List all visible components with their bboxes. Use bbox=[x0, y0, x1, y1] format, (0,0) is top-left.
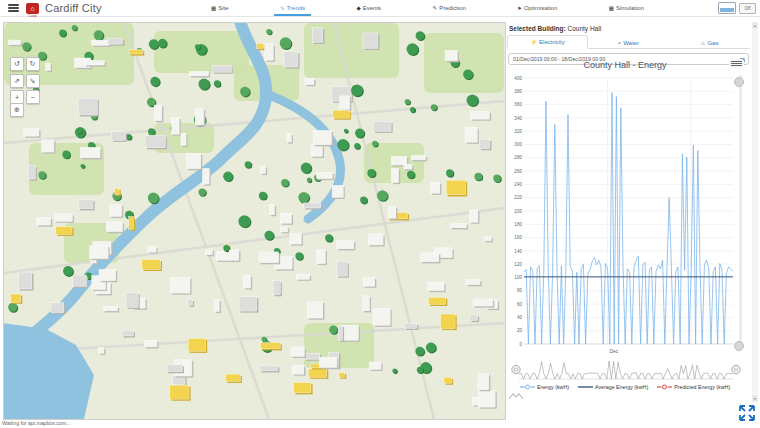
zoom-in-icon[interactable]: + bbox=[10, 90, 24, 104]
svg-text:160: 160 bbox=[514, 235, 522, 240]
svg-text:120: 120 bbox=[514, 262, 522, 267]
svg-text:140: 140 bbox=[514, 249, 522, 254]
energy-chart[interactable]: 0204060801001201401601802002202402602803… bbox=[507, 72, 743, 360]
chart-navigator[interactable] bbox=[511, 358, 741, 384]
hamburger-icon[interactable] bbox=[8, 3, 19, 14]
off-button[interactable]: Off bbox=[739, 3, 756, 14]
chart-title: County Hall - Energy bbox=[507, 60, 743, 70]
grid-icon: ▦ bbox=[609, 5, 614, 11]
map-controls: ↺↻⇗⇘+− bbox=[10, 57, 39, 104]
selected-building-value: County Hall bbox=[568, 25, 602, 32]
scroll-up-icon[interactable]: ▲ bbox=[752, 22, 758, 29]
svg-text:100: 100 bbox=[514, 275, 522, 280]
tab-gas[interactable]: ♨Gas bbox=[669, 35, 750, 49]
chart-scroll-knob-bottom[interactable] bbox=[734, 341, 744, 351]
nav-item-optimisation[interactable]: ➤Optimisation bbox=[511, 1, 563, 16]
rotate-cw-icon[interactable]: ↻ bbox=[26, 57, 40, 71]
svg-text:20: 20 bbox=[517, 328, 523, 333]
pencil-icon: ✎ bbox=[433, 5, 438, 11]
rotate-ccw-icon[interactable]: ↺ bbox=[10, 57, 24, 71]
svg-text:240: 240 bbox=[514, 182, 522, 187]
locate-icon[interactable]: ⊕ bbox=[10, 103, 24, 117]
page-title: Cardiff City bbox=[45, 2, 102, 14]
chart-icon: ∿ bbox=[280, 5, 285, 11]
legend-item-average[interactable]: Average Energy (kwH) bbox=[578, 384, 648, 390]
chart-scrollbar[interactable] bbox=[739, 75, 742, 347]
legend-item-energy[interactable]: Energy (kwH) bbox=[520, 384, 569, 390]
resize-zigzag-icon bbox=[508, 392, 524, 400]
water-drop-icon: ≈ bbox=[618, 40, 621, 46]
svg-text:260: 260 bbox=[514, 169, 522, 174]
svg-text:80: 80 bbox=[517, 288, 523, 293]
svg-text:360: 360 bbox=[514, 102, 522, 107]
selected-building: Selected Building: County Hall bbox=[507, 22, 750, 35]
chart-scroll-knob-top[interactable] bbox=[734, 77, 744, 87]
browser-status-text: Waiting for api.mapbox.com... bbox=[2, 420, 70, 426]
send-icon: ➤ bbox=[517, 5, 522, 11]
svg-text:380: 380 bbox=[514, 89, 522, 94]
chart-legend: Energy (kwH)Average Energy (kwH)Predicte… bbox=[507, 384, 743, 390]
svg-text:180: 180 bbox=[514, 222, 522, 227]
bell-icon: ◆ bbox=[357, 5, 361, 11]
logo-house-icon: ⌂ bbox=[30, 5, 34, 12]
svg-text:340: 340 bbox=[514, 116, 522, 121]
svg-text:40: 40 bbox=[517, 315, 523, 320]
nav-item-trends[interactable]: ∿Trends bbox=[274, 1, 311, 16]
navigator-handle-right[interactable] bbox=[732, 365, 740, 373]
chart-menu-icon[interactable] bbox=[729, 59, 744, 68]
topbar-actions: Off bbox=[718, 2, 756, 14]
svg-text:280: 280 bbox=[514, 155, 522, 160]
legend-marker-icon bbox=[657, 384, 672, 390]
svg-text:320: 320 bbox=[514, 129, 522, 134]
flame-icon: ♨ bbox=[701, 40, 706, 46]
svg-text:220: 220 bbox=[514, 195, 522, 200]
svg-text:400: 400 bbox=[514, 76, 522, 81]
app-logo: ⌂ Cusp bbox=[26, 3, 39, 14]
nav-item-site[interactable]: ▦Site bbox=[205, 1, 235, 16]
selected-building-label: Selected Building: bbox=[509, 25, 566, 32]
legend-marker-icon bbox=[520, 384, 535, 390]
svg-text:200: 200 bbox=[514, 209, 522, 214]
tab-water[interactable]: ≈Water bbox=[588, 35, 669, 49]
city-map-3d[interactable]: ↺↻⇗⇘+− ⊕ bbox=[3, 22, 506, 420]
zoom-out-icon[interactable]: − bbox=[26, 90, 40, 104]
legend-marker-icon bbox=[578, 384, 593, 390]
nav-item-simulation[interactable]: ▦Simulation bbox=[603, 1, 650, 16]
tilt-down-icon[interactable]: ⇘ bbox=[26, 74, 40, 88]
fullscreen-expand-icon[interactable] bbox=[738, 404, 756, 422]
panel-layout-icon[interactable] bbox=[718, 2, 736, 14]
svg-text:300: 300 bbox=[514, 142, 522, 147]
panel-scrollbar[interactable]: ▲ ▼ bbox=[752, 22, 758, 402]
top-bar: ⌂ Cusp Cardiff City ▦Site∿Trends◆Events✎… bbox=[0, 0, 760, 17]
main-nav: ▦Site∿Trends◆Events✎Prediction➤Optimisat… bbox=[205, 0, 650, 16]
svg-text:60: 60 bbox=[517, 302, 523, 307]
logo-text: Cusp bbox=[26, 14, 39, 18]
navigator-handle-left[interactable] bbox=[512, 365, 520, 373]
tab-electricity[interactable]: ⚡Electricity bbox=[507, 35, 588, 49]
trends-panel: Selected Building: County Hall ⚡Electric… bbox=[507, 22, 750, 402]
city-map-canvas bbox=[4, 23, 505, 419]
nav-item-events[interactable]: ◆Events bbox=[351, 1, 388, 16]
scroll-down-icon[interactable]: ▼ bbox=[752, 395, 758, 402]
legend-item-predicted[interactable]: Predicted Energy (kwH) bbox=[657, 384, 730, 390]
tilt-up-icon[interactable]: ⇗ bbox=[10, 74, 24, 88]
building-icon: ▦ bbox=[211, 5, 216, 11]
nav-item-prediction[interactable]: ✎Prediction bbox=[427, 1, 472, 16]
lightning-icon: ⚡ bbox=[530, 39, 537, 45]
svg-text:Dec: Dec bbox=[609, 348, 618, 354]
utility-tabs: ⚡Electricity≈Water♨Gas bbox=[507, 35, 750, 49]
svg-text:0: 0 bbox=[519, 342, 522, 347]
